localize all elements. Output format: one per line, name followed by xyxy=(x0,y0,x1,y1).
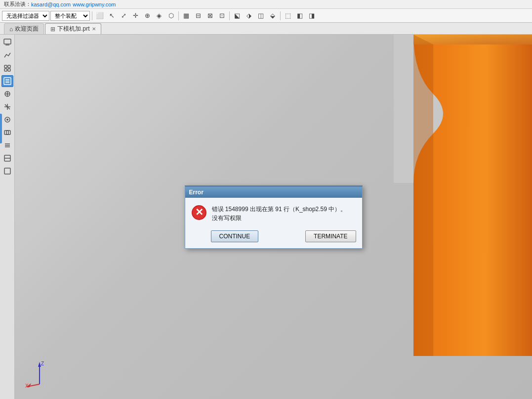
tab-model[interactable]: ⊞ 下模机加.prt ✕ xyxy=(45,23,101,34)
svg-text:X: X xyxy=(25,383,29,389)
svg-rect-4 xyxy=(4,69,7,71)
toolbar-separator-3 xyxy=(229,11,230,20)
toolbar-icon-11[interactable]: ⊡ xyxy=(216,10,227,21)
svg-text:✕: ✕ xyxy=(195,207,203,218)
toolbar-icon-5[interactable]: ⊕ xyxy=(142,10,153,21)
contact-label: 联系洽谈： xyxy=(4,0,31,8)
contact-website[interactable]: www.gripwny.com xyxy=(73,1,116,7)
toolbar-icon-10[interactable]: ⊠ xyxy=(205,10,215,21)
dialog-overlay: Error ✕ 错误 1548999 出现在第 91 行（K_shop2.59 … xyxy=(15,35,532,399)
toolbar-icon-8[interactable]: ▦ xyxy=(181,10,192,21)
svg-point-17 xyxy=(6,119,8,121)
contact-email[interactable]: kasard@qq.com xyxy=(31,1,71,7)
tab-model-icon: ⊞ xyxy=(50,26,55,33)
sidebar-btn-9[interactable] xyxy=(1,139,13,151)
dialog-body: ✕ 错误 1548999 出现在第 91 行（K_shop2.59 中）。 没有… xyxy=(185,198,362,227)
assembly-select[interactable]: 整个装配 xyxy=(50,11,90,21)
axis-indicator: Z X xyxy=(25,359,54,389)
toolbar-icon-4[interactable]: ✛ xyxy=(130,10,141,21)
toolbar-icon-6[interactable]: ◈ xyxy=(154,10,164,21)
sidebar-btn-11[interactable] xyxy=(1,165,13,177)
tab-welcome-icon: ⌂ xyxy=(9,26,13,33)
toolbar-icon-3[interactable]: ⤢ xyxy=(118,10,129,21)
sidebar-btn-6[interactable] xyxy=(1,101,13,113)
toolbar-separator-4 xyxy=(280,11,281,20)
toolbar-icon-9[interactable]: ⊟ xyxy=(193,10,204,21)
toolbar-icon-15[interactable]: ⬙ xyxy=(267,10,278,21)
dialog-buttons: CONTINUE TERMINATE xyxy=(185,227,362,248)
error-dialog: Error ✕ 错误 1548999 出现在第 91 行（K_shop2.59 … xyxy=(185,185,363,249)
dialog-message: 错误 1548999 出现在第 91 行（K_shop2.59 中）。 没有写权… xyxy=(212,205,356,222)
tab-welcome[interactable]: ⌂ 欢迎页面 xyxy=(4,23,44,34)
svg-text:Z: Z xyxy=(41,361,44,366)
sidebar-btn-1[interactable] xyxy=(1,37,13,48)
tab-model-label: 下模机加.prt xyxy=(57,25,89,33)
contact-bar: 联系洽谈： kasard@qq.com www.gripwny.com xyxy=(0,0,532,9)
sidebar-btn-2[interactable] xyxy=(1,49,13,61)
toolbar-icon-2[interactable]: ↖ xyxy=(106,10,117,21)
continue-button[interactable]: CONTINUE xyxy=(211,230,259,242)
sidebar-btn-5[interactable] xyxy=(1,88,13,100)
tab-welcome-label: 欢迎页面 xyxy=(15,25,39,33)
toolbar-icon-17[interactable]: ◧ xyxy=(294,10,305,21)
toolbar: 无选择过滤器 整个装配 ⬜ ↖ ⤢ ✛ ⊕ ◈ ⬡ ▦ ⊟ ⊠ ⊡ ⬕ ⬗ ◫ … xyxy=(0,9,532,23)
svg-rect-2 xyxy=(4,65,7,68)
toolbar-separator-1 xyxy=(92,11,92,20)
sidebar-btn-4[interactable] xyxy=(1,75,13,87)
dialog-message-line2: 没有写权限 xyxy=(212,214,356,222)
svg-rect-5 xyxy=(8,69,10,71)
toolbar-icon-13[interactable]: ⬗ xyxy=(244,10,254,21)
svg-rect-0 xyxy=(4,39,11,44)
toolbar-icon-14[interactable]: ◫ xyxy=(255,10,266,21)
svg-rect-25 xyxy=(4,168,10,174)
toolbar-icon-16[interactable]: ⬚ xyxy=(283,10,293,21)
toolbar-icon-12[interactable]: ⬕ xyxy=(232,10,243,21)
sidebar-btn-7[interactable] xyxy=(1,114,13,126)
sidebar-btn-10[interactable] xyxy=(1,152,13,164)
viewport[interactable]: Error ✕ 错误 1548999 出现在第 91 行（K_shop2.59 … xyxy=(15,35,532,399)
sidebar xyxy=(0,35,15,399)
dialog-title-bar: Error xyxy=(185,187,362,198)
toolbar-icon-18[interactable]: ◨ xyxy=(306,10,317,21)
toolbar-separator-2 xyxy=(178,11,179,20)
tab-bar: ⌂ 欢迎页面 ⊞ 下模机加.prt ✕ xyxy=(0,23,532,35)
toolbar-icon-7[interactable]: ⬡ xyxy=(165,10,176,21)
dialog-message-line1: 错误 1548999 出现在第 91 行（K_shop2.59 中）。 xyxy=(212,205,356,214)
tab-model-close[interactable]: ✕ xyxy=(92,26,96,32)
main-area: Error ✕ 错误 1548999 出现在第 91 行（K_shop2.59 … xyxy=(0,35,532,399)
sidebar-btn-8[interactable] xyxy=(1,127,13,138)
sidebar-btn-3[interactable] xyxy=(1,62,13,74)
error-icon: ✕ xyxy=(191,205,207,221)
sidebar-active-indicator xyxy=(0,114,2,143)
filter-select[interactable]: 无选择过滤器 xyxy=(2,11,49,21)
svg-rect-3 xyxy=(8,65,10,68)
terminate-button[interactable]: TERMINATE xyxy=(305,230,356,242)
toolbar-icon-1[interactable]: ⬜ xyxy=(94,10,105,21)
dialog-title: Error xyxy=(189,189,204,196)
